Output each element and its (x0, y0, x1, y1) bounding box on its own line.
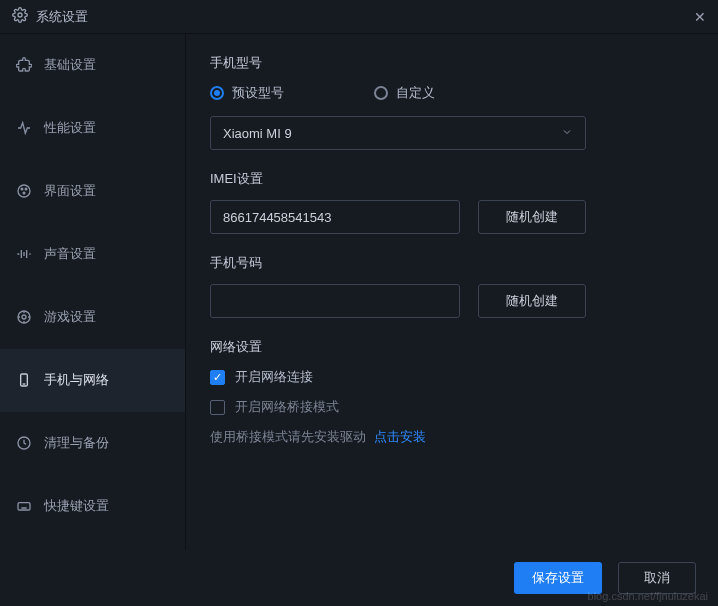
phone-icon (16, 372, 32, 388)
chevron-down-icon (561, 126, 573, 141)
checkbox-checked-icon: ✓ (210, 370, 225, 385)
sidebar-item-label: 清理与备份 (44, 434, 109, 452)
cancel-button[interactable]: 取消 (618, 562, 696, 594)
radio-selected-icon (210, 86, 224, 100)
sidebar-item-phone-network[interactable]: 手机与网络 (0, 349, 185, 412)
install-driver-link[interactable]: 点击安装 (374, 429, 426, 444)
phone-number-input[interactable] (210, 284, 460, 318)
sidebar-item-label: 基础设置 (44, 56, 96, 74)
phone-model-label: 手机型号 (210, 54, 694, 72)
bridge-hint-text: 使用桥接模式请先安装驱动 (210, 429, 366, 444)
sidebar: 基础设置 性能设置 界面设置 声音设置 游戏设置 手机与网络 清理与备份 快捷 (0, 34, 186, 550)
sidebar-item-shortcuts[interactable]: 快捷键设置 (0, 475, 185, 538)
phone-number-random-button[interactable]: 随机创建 (478, 284, 586, 318)
sidebar-item-label: 快捷键设置 (44, 497, 109, 515)
svg-point-3 (25, 188, 27, 190)
svg-point-4 (23, 192, 25, 194)
sidebar-item-performance[interactable]: 性能设置 (0, 97, 185, 160)
window-title: 系统设置 (36, 8, 88, 26)
sidebar-item-label: 游戏设置 (44, 308, 96, 326)
checkbox-enable-network[interactable]: ✓ 开启网络连接 (210, 368, 694, 386)
sidebar-item-label: 声音设置 (44, 245, 96, 263)
save-button[interactable]: 保存设置 (514, 562, 602, 594)
svg-point-6 (22, 315, 26, 319)
footer: 保存设置 取消 (0, 550, 718, 606)
svg-rect-10 (18, 503, 30, 510)
svg-point-2 (21, 188, 23, 190)
sidebar-item-sound[interactable]: 声音设置 (0, 223, 185, 286)
select-value: Xiaomi MI 9 (223, 126, 292, 141)
radio-unselected-icon (374, 86, 388, 100)
palette-icon (16, 183, 32, 199)
network-label: 网络设置 (210, 338, 694, 356)
gear-icon (12, 7, 28, 26)
sidebar-item-game[interactable]: 游戏设置 (0, 286, 185, 349)
sidebar-item-cleanup[interactable]: 清理与备份 (0, 412, 185, 475)
radio-preset-model[interactable]: 预设型号 (210, 84, 284, 102)
svg-point-1 (18, 185, 30, 197)
pulse-icon (16, 120, 32, 136)
sidebar-item-interface[interactable]: 界面设置 (0, 160, 185, 223)
phone-model-select[interactable]: Xiaomi MI 9 (210, 116, 586, 150)
checkbox-label: 开启网络桥接模式 (235, 398, 339, 416)
sound-icon (16, 246, 32, 262)
sidebar-item-label: 界面设置 (44, 182, 96, 200)
sidebar-item-basic[interactable]: 基础设置 (0, 34, 185, 97)
radio-label: 预设型号 (232, 84, 284, 102)
checkbox-unchecked-icon (210, 400, 225, 415)
puzzle-icon (16, 57, 32, 73)
sidebar-item-label: 性能设置 (44, 119, 96, 137)
imei-input[interactable] (210, 200, 460, 234)
content-panel: 手机型号 预设型号 自定义 Xiaomi MI 9 IMEI设置 随机创建 手机… (186, 34, 718, 550)
keyboard-icon (16, 498, 32, 514)
game-icon (16, 309, 32, 325)
sidebar-item-label: 手机与网络 (44, 371, 109, 389)
svg-point-0 (18, 13, 22, 17)
imei-label: IMEI设置 (210, 170, 694, 188)
phone-number-label: 手机号码 (210, 254, 694, 272)
checkbox-label: 开启网络连接 (235, 368, 313, 386)
close-icon[interactable]: ✕ (694, 9, 706, 25)
history-icon (16, 435, 32, 451)
checkbox-bridge-mode[interactable]: 开启网络桥接模式 (210, 398, 694, 416)
radio-label: 自定义 (396, 84, 435, 102)
titlebar: 系统设置 ✕ (0, 0, 718, 34)
radio-custom-model[interactable]: 自定义 (374, 84, 435, 102)
imei-random-button[interactable]: 随机创建 (478, 200, 586, 234)
